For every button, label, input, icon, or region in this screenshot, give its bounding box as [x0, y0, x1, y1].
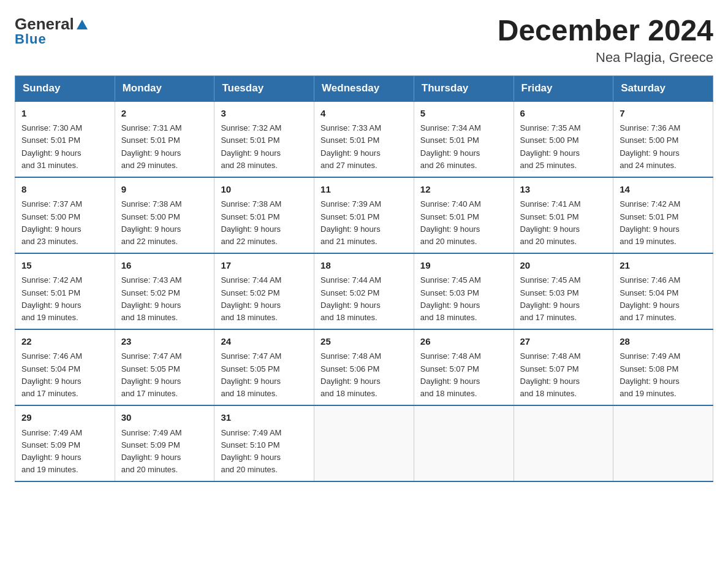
week-row-5: 29Sunrise: 7:49 AMSunset: 5:09 PMDayligh… — [15, 405, 713, 481]
calendar-cell — [414, 405, 514, 481]
day-number: 7 — [620, 107, 707, 121]
day-number: 5 — [420, 107, 507, 121]
calendar-cell: 21Sunrise: 7:46 AMSunset: 5:04 PMDayligh… — [613, 253, 713, 329]
week-row-3: 15Sunrise: 7:42 AMSunset: 5:01 PMDayligh… — [15, 253, 713, 329]
day-info: Sunrise: 7:45 AMSunset: 5:03 PMDaylight:… — [520, 274, 607, 324]
calendar-cell: 11Sunrise: 7:39 AMSunset: 5:01 PMDayligh… — [314, 177, 414, 253]
calendar-cell: 5Sunrise: 7:34 AMSunset: 5:01 PMDaylight… — [414, 101, 514, 177]
header-saturday: Saturday — [613, 75, 713, 101]
day-info: Sunrise: 7:49 AMSunset: 5:08 PMDaylight:… — [620, 350, 707, 400]
calendar-cell — [613, 405, 713, 481]
header-tuesday: Tuesday — [214, 75, 314, 101]
day-number: 22 — [21, 335, 108, 349]
calendar-cell: 18Sunrise: 7:44 AMSunset: 5:02 PMDayligh… — [314, 253, 414, 329]
day-info: Sunrise: 7:47 AMSunset: 5:05 PMDaylight:… — [121, 350, 208, 400]
day-info: Sunrise: 7:37 AMSunset: 5:00 PMDaylight:… — [21, 198, 108, 248]
day-info: Sunrise: 7:38 AMSunset: 5:00 PMDaylight:… — [121, 198, 208, 248]
day-info: Sunrise: 7:44 AMSunset: 5:02 PMDaylight:… — [320, 274, 408, 324]
calendar-cell: 22Sunrise: 7:46 AMSunset: 5:04 PMDayligh… — [15, 329, 115, 405]
week-row-1: 1Sunrise: 7:30 AMSunset: 5:01 PMDaylight… — [15, 101, 713, 177]
day-info: Sunrise: 7:33 AMSunset: 5:01 PMDaylight:… — [320, 122, 408, 172]
calendar-cell: 9Sunrise: 7:38 AMSunset: 5:00 PMDaylight… — [115, 177, 214, 253]
day-number: 14 — [620, 183, 707, 197]
day-number: 13 — [520, 183, 607, 197]
day-number: 30 — [121, 411, 208, 425]
calendar-cell: 1Sunrise: 7:30 AMSunset: 5:01 PMDaylight… — [15, 101, 115, 177]
day-info: Sunrise: 7:45 AMSunset: 5:03 PMDaylight:… — [420, 274, 507, 324]
calendar-cell: 19Sunrise: 7:45 AMSunset: 5:03 PMDayligh… — [414, 253, 514, 329]
day-info: Sunrise: 7:47 AMSunset: 5:05 PMDaylight:… — [221, 350, 308, 400]
calendar-cell: 29Sunrise: 7:49 AMSunset: 5:09 PMDayligh… — [15, 405, 115, 481]
calendar-cell: 7Sunrise: 7:36 AMSunset: 5:00 PMDaylight… — [613, 101, 713, 177]
calendar-cell: 26Sunrise: 7:48 AMSunset: 5:07 PMDayligh… — [414, 329, 514, 405]
calendar-cell: 24Sunrise: 7:47 AMSunset: 5:05 PMDayligh… — [214, 329, 314, 405]
day-info: Sunrise: 7:43 AMSunset: 5:02 PMDaylight:… — [121, 274, 208, 324]
calendar-cell: 27Sunrise: 7:48 AMSunset: 5:07 PMDayligh… — [514, 329, 613, 405]
day-number: 16 — [121, 259, 208, 273]
day-number: 17 — [221, 259, 308, 273]
svg-marker-0 — [77, 20, 88, 29]
day-info: Sunrise: 7:36 AMSunset: 5:00 PMDaylight:… — [620, 122, 707, 172]
day-info: Sunrise: 7:46 AMSunset: 5:04 PMDaylight:… — [620, 274, 707, 324]
header-thursday: Thursday — [414, 75, 514, 101]
day-number: 6 — [520, 107, 607, 121]
day-info: Sunrise: 7:42 AMSunset: 5:01 PMDaylight:… — [620, 198, 707, 248]
day-info: Sunrise: 7:48 AMSunset: 5:07 PMDaylight:… — [520, 350, 607, 400]
header-monday: Monday — [115, 75, 214, 101]
header-sunday: Sunday — [15, 75, 115, 101]
day-number: 2 — [121, 107, 208, 121]
month-title: December 2024 — [498, 15, 713, 47]
calendar-cell: 12Sunrise: 7:40 AMSunset: 5:01 PMDayligh… — [414, 177, 514, 253]
day-number: 20 — [520, 259, 607, 273]
calendar-cell — [514, 405, 613, 481]
calendar-cell: 14Sunrise: 7:42 AMSunset: 5:01 PMDayligh… — [613, 177, 713, 253]
calendar-cell: 13Sunrise: 7:41 AMSunset: 5:01 PMDayligh… — [514, 177, 613, 253]
day-number: 23 — [121, 335, 208, 349]
day-info: Sunrise: 7:35 AMSunset: 5:00 PMDaylight:… — [520, 122, 607, 172]
day-number: 27 — [520, 335, 607, 349]
day-info: Sunrise: 7:40 AMSunset: 5:01 PMDaylight:… — [420, 198, 507, 248]
day-info: Sunrise: 7:48 AMSunset: 5:07 PMDaylight:… — [420, 350, 507, 400]
day-info: Sunrise: 7:31 AMSunset: 5:01 PMDaylight:… — [121, 122, 208, 172]
calendar-cell: 2Sunrise: 7:31 AMSunset: 5:01 PMDaylight… — [115, 101, 214, 177]
day-number: 28 — [620, 335, 707, 349]
day-info: Sunrise: 7:32 AMSunset: 5:01 PMDaylight:… — [221, 122, 308, 172]
day-number: 29 — [21, 411, 108, 425]
calendar-cell: 31Sunrise: 7:49 AMSunset: 5:10 PMDayligh… — [214, 405, 314, 481]
header-friday: Friday — [514, 75, 613, 101]
day-number: 10 — [221, 183, 308, 197]
page-header: General Blue December 2024 Nea Plagia, G… — [15, 15, 713, 66]
day-number: 8 — [21, 183, 108, 197]
calendar-cell: 17Sunrise: 7:44 AMSunset: 5:02 PMDayligh… — [214, 253, 314, 329]
calendar-cell: 28Sunrise: 7:49 AMSunset: 5:08 PMDayligh… — [613, 329, 713, 405]
day-info: Sunrise: 7:38 AMSunset: 5:01 PMDaylight:… — [221, 198, 308, 248]
day-info: Sunrise: 7:49 AMSunset: 5:10 PMDaylight:… — [221, 427, 308, 477]
logo-blue: Blue — [15, 31, 89, 47]
day-number: 21 — [620, 259, 707, 273]
day-number: 15 — [21, 259, 108, 273]
week-row-4: 22Sunrise: 7:46 AMSunset: 5:04 PMDayligh… — [15, 329, 713, 405]
header-wednesday: Wednesday — [314, 75, 414, 101]
logo-arrow-icon — [75, 18, 89, 31]
day-number: 24 — [221, 335, 308, 349]
calendar-table: SundayMondayTuesdayWednesdayThursdayFrid… — [15, 75, 713, 482]
day-info: Sunrise: 7:46 AMSunset: 5:04 PMDaylight:… — [21, 350, 108, 400]
day-info: Sunrise: 7:49 AMSunset: 5:09 PMDaylight:… — [121, 427, 208, 477]
day-info: Sunrise: 7:49 AMSunset: 5:09 PMDaylight:… — [21, 427, 108, 477]
calendar-cell: 3Sunrise: 7:32 AMSunset: 5:01 PMDaylight… — [214, 101, 314, 177]
day-number: 4 — [320, 107, 408, 121]
day-number: 1 — [21, 107, 108, 121]
day-number: 12 — [420, 183, 507, 197]
day-info: Sunrise: 7:48 AMSunset: 5:06 PMDaylight:… — [320, 350, 408, 400]
day-number: 9 — [121, 183, 208, 197]
location: Nea Plagia, Greece — [498, 50, 713, 66]
calendar-cell: 8Sunrise: 7:37 AMSunset: 5:00 PMDaylight… — [15, 177, 115, 253]
calendar-cell: 15Sunrise: 7:42 AMSunset: 5:01 PMDayligh… — [15, 253, 115, 329]
calendar-cell: 25Sunrise: 7:48 AMSunset: 5:06 PMDayligh… — [314, 329, 414, 405]
day-number: 18 — [320, 259, 408, 273]
header-row: SundayMondayTuesdayWednesdayThursdayFrid… — [15, 75, 713, 101]
day-number: 25 — [320, 335, 408, 349]
day-info: Sunrise: 7:41 AMSunset: 5:01 PMDaylight:… — [520, 198, 607, 248]
day-number: 26 — [420, 335, 507, 349]
calendar-cell: 16Sunrise: 7:43 AMSunset: 5:02 PMDayligh… — [115, 253, 214, 329]
